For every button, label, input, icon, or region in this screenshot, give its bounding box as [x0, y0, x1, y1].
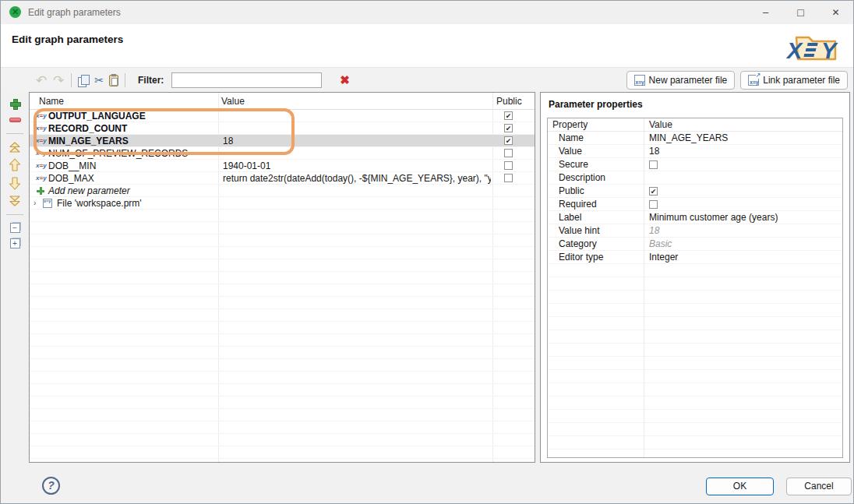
clear-filter-icon[interactable] — [340, 73, 350, 87]
public-checkbox[interactable] — [504, 161, 513, 170]
property-value: MIN_AGE_YEARS — [649, 132, 728, 145]
parameter-icon: x=y — [36, 135, 47, 147]
move-top-icon[interactable] — [9, 142, 21, 153]
property-value: Basic — [649, 238, 672, 251]
window-controls — [748, 1, 853, 24]
expand-all-icon[interactable] — [10, 238, 20, 248]
filter-input[interactable] — [171, 72, 322, 88]
param-value: 1940-01-01 — [223, 160, 270, 172]
dialog-header: Edit graph parameters X Y — [1, 24, 853, 67]
required-checkbox[interactable] — [649, 200, 658, 209]
link-parameter-file-button[interactable]: Link parameter file — [740, 71, 848, 90]
param-name: OUTPUT_LANGUAGE — [48, 110, 146, 122]
paste-icon[interactable] — [109, 75, 118, 86]
page-title: Edit graph parameters — [12, 33, 123, 45]
parameter-icon: x=y — [36, 110, 47, 122]
param-name: NUM_OF_PREVIEW_RECORDS — [48, 147, 188, 160]
param-name: DOB_MAX — [48, 172, 94, 185]
property-value: 18 — [649, 145, 659, 158]
link-parameter-file-icon — [748, 75, 759, 86]
copy-icon[interactable] — [78, 75, 89, 86]
public-checkbox[interactable] — [504, 111, 513, 120]
property-value: Minimum customer age (years) — [649, 211, 778, 224]
undo-icon[interactable] — [35, 72, 48, 89]
toolbar: Filter: New parameter file Link paramete… — [1, 67, 853, 92]
property-label: Name — [559, 132, 584, 145]
table-row[interactable]: x=y DOB_MAX return date2str(dateAdd(toda… — [30, 172, 535, 185]
add-icon — [37, 187, 44, 195]
properties-panel-title: Parameter properties — [549, 99, 643, 110]
property-label: Category — [559, 238, 597, 251]
move-down-icon[interactable] — [9, 177, 21, 190]
property-row[interactable]: Value hint 18 — [548, 224, 842, 238]
redo-icon[interactable] — [52, 72, 65, 89]
public-checkbox[interactable] — [504, 174, 513, 182]
public-checkbox[interactable] — [649, 187, 658, 196]
table-row[interactable]: x=y RECORD_COUNT — [30, 122, 535, 135]
public-checkbox[interactable] — [504, 124, 513, 132]
help-button[interactable] — [42, 477, 60, 495]
cut-icon[interactable] — [94, 73, 104, 87]
property-label: Secure — [559, 158, 588, 171]
property-label: Public — [559, 185, 584, 198]
remove-parameter-icon[interactable] — [9, 118, 21, 122]
workspace-prm-file-row[interactable]: › File 'workspace.prm' — [30, 197, 535, 210]
column-header-value[interactable]: Value — [649, 118, 672, 132]
public-checkbox[interactable] — [504, 136, 513, 145]
property-value: Integer — [649, 251, 678, 264]
property-row[interactable]: Public — [548, 185, 842, 198]
table-row[interactable]: x=y NUM_OF_PREVIEW_RECORDS — [30, 147, 535, 160]
property-row[interactable]: Label Minimum customer age (years) — [548, 211, 842, 224]
edit-graph-parameters-dialog: Edit graph parameters Edit graph paramet… — [0, 0, 854, 504]
ok-button[interactable]: OK — [706, 478, 774, 495]
property-row[interactable]: Description — [548, 171, 842, 185]
secure-checkbox[interactable] — [649, 160, 658, 169]
property-label: Editor type — [559, 251, 603, 264]
side-toolbar-separator — [6, 133, 23, 134]
param-name: RECORD_COUNT — [48, 122, 127, 135]
parameter-icon: x=y — [36, 147, 47, 160]
table-row[interactable]: x=y OUTPUT_LANGUAGE — [30, 110, 535, 122]
toolbar-left-group: Filter: — [35, 68, 350, 93]
property-row[interactable]: Editor type Integer — [548, 251, 842, 264]
parameter-file-icon — [634, 75, 645, 86]
cancel-button[interactable]: Cancel — [786, 478, 852, 495]
parameter-icon: x=y — [36, 160, 47, 172]
close-button[interactable] — [818, 1, 853, 24]
property-label: Description — [559, 171, 605, 185]
side-toolbar — [1, 92, 29, 248]
add-new-parameter-row[interactable]: Add new parameter — [30, 185, 535, 197]
param-name: MIN_AGE_YEARS — [48, 135, 129, 147]
property-row[interactable]: Secure — [548, 158, 842, 171]
property-row[interactable]: Category Basic — [548, 238, 842, 251]
property-label: Label — [559, 211, 581, 224]
svg-text:X: X — [786, 38, 803, 63]
collapse-all-icon[interactable] — [10, 223, 20, 233]
graph-parameters-logo-icon: X Y — [786, 28, 842, 64]
table-row-selected[interactable]: x=y MIN_AGE_YEARS 18 — [30, 135, 535, 147]
parameter-file-icon — [43, 199, 52, 208]
expand-chevron-icon[interactable]: › — [34, 197, 36, 210]
add-parameter-icon[interactable] — [9, 98, 20, 109]
minimize-button[interactable] — [748, 1, 783, 24]
column-header-property[interactable]: Property — [552, 118, 588, 132]
column-header-name[interactable]: Name — [39, 93, 64, 110]
app-icon — [9, 6, 21, 18]
property-row[interactable]: Value 18 — [548, 145, 842, 158]
public-checkbox[interactable] — [504, 149, 513, 157]
column-header-value[interactable]: Value — [221, 93, 245, 110]
column-header-public[interactable]: Public — [496, 93, 522, 110]
move-up-icon[interactable] — [9, 158, 21, 171]
property-row[interactable]: Required — [548, 198, 842, 211]
table-row[interactable]: x=y DOB__MIN 1940-01-01 — [30, 160, 535, 172]
property-label: Required — [559, 198, 597, 211]
maximize-button[interactable] — [783, 1, 818, 24]
property-label: Value hint — [559, 224, 599, 238]
new-parameter-file-label: New parameter file — [649, 75, 728, 86]
side-toolbar-separator — [6, 214, 23, 215]
svg-text:Y: Y — [821, 38, 838, 63]
property-row[interactable]: Name MIN_AGE_YEARS — [548, 132, 842, 145]
move-bottom-icon[interactable] — [9, 196, 21, 206]
new-parameter-file-button[interactable]: New parameter file — [626, 71, 736, 90]
filter-label: Filter: — [138, 75, 164, 86]
